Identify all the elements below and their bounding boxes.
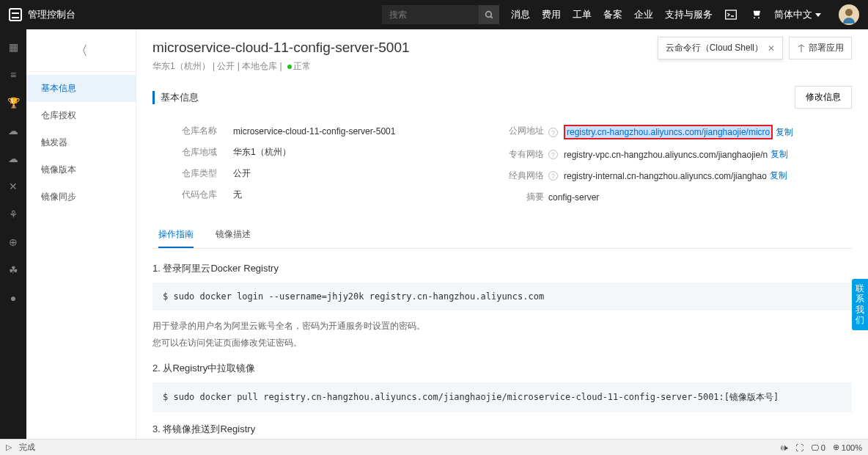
public-addr-label: 公网地址 (497, 125, 548, 139)
svg-rect-2 (726, 10, 737, 19)
cart-icon[interactable] (749, 8, 762, 21)
language-switcher[interactable]: 简体中文 (774, 8, 821, 21)
terminal-icon[interactable] (724, 8, 738, 21)
service-icon-sidebar: ▦ ≡ 🏆 ☁ ☁ ✕ ⚘ ⊕ ☘ ● (0, 29, 26, 439)
user-avatar[interactable] (839, 4, 859, 25)
nav-enterprise[interactable]: 企业 (634, 8, 653, 21)
cluster-icon[interactable]: ⚘ (7, 208, 19, 220)
page-subtitle: 华东1（杭州） | 公开 | 本地仓库 | 正常 (152, 60, 852, 73)
guide-step1-title: 1. 登录阿里云Docker Registry (152, 262, 852, 275)
nav-support[interactable]: 支持与服务 (665, 8, 713, 21)
help-icon[interactable]: ? (548, 128, 558, 137)
nav-repo-auth[interactable]: 仓库授权 (26, 102, 136, 129)
deploy-icon (797, 44, 806, 53)
svg-point-0 (485, 11, 491, 17)
section-title: 基本信息 (152, 91, 199, 104)
content-tabs: 操作指南 镜像描述 (152, 222, 852, 249)
grid-icon[interactable]: ▦ (7, 41, 19, 53)
notification-count[interactable]: 🖵 0 (811, 443, 825, 452)
guide-step1-p2: 您可以在访问凭证页面修改凭证密码。 (152, 335, 852, 352)
info-grid: 仓库名称microservice-cloud-11-config-server-… (182, 120, 852, 208)
cloud2-icon[interactable]: ☁ (7, 153, 19, 164)
guide-step2-title: 2. 从Registry中拉取镜像 (152, 362, 852, 375)
repo-type-label: 仓库类型 (182, 167, 233, 180)
status-text: 正常 (293, 61, 311, 71)
topbar: 管理控制台 消息 费用 工单 备案 企业 支持与服务 简体中文 (0, 0, 868, 29)
left-nav: 〈 基本信息 仓库授权 触发器 镜像版本 镜像同步 (26, 29, 136, 439)
tab-description[interactable]: 镜像描述 (216, 222, 251, 248)
nav-image-sync[interactable]: 镜像同步 (26, 183, 136, 211)
search-button[interactable] (479, 5, 499, 24)
nav-beian[interactable]: 备案 (603, 8, 622, 21)
repo-region-label: 仓库地域 (182, 146, 233, 159)
cloud-icon[interactable]: ☁ (7, 125, 19, 136)
chevron-down-icon (815, 13, 821, 17)
fullscreen-icon[interactable]: ⛶ (795, 443, 803, 452)
nav-messages[interactable]: 消息 (511, 8, 530, 21)
copy-public-addr[interactable]: 复制 (776, 126, 793, 139)
copy-vpc-addr[interactable]: 复制 (770, 148, 788, 161)
bug-icon[interactable]: ☘ (7, 264, 19, 276)
copy-classic-addr[interactable]: 复制 (770, 170, 787, 182)
code-repo-value: 无 (233, 189, 490, 201)
vpc-addr-label: 专有网络 (497, 148, 548, 161)
repo-region-value: 华东1（杭州） (233, 146, 490, 159)
summary-label: 摘要 (497, 191, 548, 203)
dot-icon[interactable]: ● (7, 292, 19, 304)
svg-line-1 (490, 16, 493, 18)
guide-step3-title: 3. 将镜像推送到Registry (152, 423, 852, 436)
nav-basic-info[interactable]: 基本信息 (26, 75, 136, 102)
repo-name-value: microservice-cloud-11-config-server-5001 (233, 125, 490, 137)
guide-step2-code: $ sudo docker pull registry.cn-hangzhou.… (152, 382, 852, 412)
public-addr-value: registry.cn-hangzhou.aliyuncs.com/jiangh… (564, 125, 773, 139)
deploy-app-button[interactable]: 部署应用 (789, 37, 852, 59)
visibility-tag: 公开 (217, 61, 235, 71)
cloud-shell-label: 云命令行（Cloud Shell） (666, 42, 763, 54)
nav-trigger[interactable]: 触发器 (26, 129, 136, 156)
guide-content: 1. 登录阿里云Docker Registry $ sudo docker lo… (152, 262, 852, 439)
console-title: 管理控制台 (28, 8, 76, 21)
language-label: 简体中文 (774, 8, 812, 21)
modify-info-button[interactable]: 修改信息 (795, 86, 852, 109)
status-done: 完成 (19, 442, 35, 453)
deploy-label: 部署应用 (809, 42, 844, 54)
globe-icon[interactable]: ⊕ (7, 236, 19, 248)
guide-step1-p1: 用于登录的用户名为阿里云账号全名，密码为开通服务时设置的密码。 (152, 318, 852, 335)
repo-name-label: 仓库名称 (182, 125, 233, 137)
content-area: 云命令行（Cloud Shell） ✕ 部署应用 microservice-cl… (136, 29, 868, 439)
nav-image-version[interactable]: 镜像版本 (26, 156, 136, 183)
tools-icon[interactable]: ✕ (7, 181, 19, 192)
summary-value: config-server (548, 191, 852, 203)
vpc-addr-value: registry-vpc.cn-hangzhou.aliyuncs.com/ji… (564, 150, 768, 160)
zoom-level[interactable]: ⊕ 100% (833, 443, 862, 452)
contact-us-tab[interactable]: 联系我们 (852, 279, 868, 330)
back-arrow[interactable]: 〈 (75, 42, 88, 59)
nav-tickets[interactable]: 工单 (573, 8, 592, 21)
tab-guide[interactable]: 操作指南 (158, 222, 194, 248)
cloud-shell-popup: 云命令行（Cloud Shell） ✕ (658, 37, 783, 59)
lines-icon[interactable]: ≡ (7, 69, 19, 81)
logo[interactable]: 管理控制台 (9, 8, 76, 21)
cup-icon[interactable]: 🏆 (7, 97, 19, 109)
cloud-shell-close[interactable]: ✕ (768, 43, 775, 54)
help-icon[interactable]: ? (548, 150, 558, 159)
classic-addr-label: 经典网络 (497, 170, 548, 182)
region-tag: 华东1（杭州） (152, 61, 210, 71)
nav-billing[interactable]: 费用 (542, 8, 561, 21)
sound-icon[interactable]: 🕪 (780, 443, 788, 452)
help-icon[interactable]: ? (548, 171, 558, 181)
aliyun-logo-icon (9, 8, 22, 21)
repo-type-tag: 本地仓库 (242, 61, 277, 71)
guide-step1-code: $ sudo docker login --username=jhjy20k r… (152, 283, 852, 310)
play-icon[interactable]: ▷ (6, 443, 12, 452)
repo-type-value: 公开 (233, 167, 490, 180)
classic-addr-value: registry-internal.cn-hangzhou.aliyuncs.c… (564, 171, 767, 181)
status-dot-icon (287, 65, 292, 69)
global-search (382, 5, 499, 24)
statusbar: ▷ 完成 🕪 ⛶ 🖵 0 ⊕ 100% (0, 439, 868, 455)
code-repo-label: 代码仓库 (182, 189, 233, 201)
